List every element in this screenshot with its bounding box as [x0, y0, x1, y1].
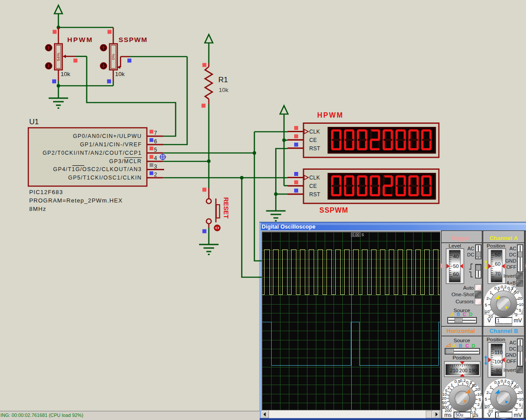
svg-text:0.2: 0.2: [501, 284, 507, 289]
svg-text:OFF: OFF: [507, 264, 517, 270]
svg-text:AC: AC: [509, 340, 516, 345]
svg-text:RESET: RESET: [223, 197, 230, 218]
svg-text:Invert: Invert: [503, 273, 516, 279]
svg-text:DC: DC: [467, 252, 474, 257]
svg-text:GP5/T1CKI/OSC1/CLKIN: GP5/T1CKI/OSC1/CLKIN: [68, 175, 142, 181]
svg-text:10: 10: [519, 302, 524, 307]
svg-text:OFF: OFF: [507, 359, 517, 364]
svg-text:C: C: [465, 343, 469, 348]
svg-text:2: 2: [154, 172, 157, 178]
svg-text:0.2: 0.2: [460, 378, 466, 383]
svg-text:RST: RST: [309, 191, 320, 198]
svg-text:CE: CE: [309, 183, 317, 189]
svg-text:1: 1: [490, 385, 492, 389]
svg-text:10k: 10k: [61, 71, 70, 77]
svg-text:SSPWM: SSPWM: [119, 36, 148, 43]
svg-text:CLK: CLK: [309, 175, 320, 181]
svg-text:B: B: [457, 312, 460, 317]
svg-text:0.1: 0.1: [507, 286, 513, 290]
svg-text:1: 1: [497, 318, 500, 323]
svg-text:HPWM: HPWM: [317, 111, 343, 119]
svg-text:AC: AC: [509, 246, 516, 251]
svg-text:-100: -100: [492, 359, 503, 364]
svg-text:5: 5: [479, 397, 481, 402]
svg-text:A: A: [452, 343, 456, 348]
svg-text:C: C: [463, 312, 466, 317]
svg-text:GND: GND: [505, 352, 516, 358]
svg-text:GP0/AN0/CIN+/ULPWU: GP0/AN0/CIN+/ULPWU: [73, 133, 142, 139]
svg-text:CE: CE: [309, 137, 317, 143]
svg-text:ING: 00:00:02.761681 (CPU load: ING: 00:00:02.761681 (CPU load 92%): [0, 412, 83, 418]
svg-text:ms: ms: [444, 412, 452, 418]
svg-text:5: 5: [154, 147, 157, 153]
svg-text:20: 20: [475, 387, 480, 392]
svg-text:PROGRAM=Retep_2PWm.HEX: PROGRAM=Retep_2PWm.HEX: [29, 197, 123, 204]
svg-text:S: S: [361, 233, 364, 237]
svg-text:50: 50: [495, 252, 501, 257]
svg-text:20: 20: [518, 390, 522, 395]
svg-text:2: 2: [448, 385, 450, 390]
svg-text:3: 3: [154, 164, 157, 170]
svg-text:GP1/AN1/CIN-/VREF: GP1/AN1/CIN-/VREF: [80, 141, 142, 148]
svg-text:10: 10: [477, 392, 482, 397]
svg-text:70: 70: [495, 271, 501, 276]
svg-text:-90: -90: [494, 367, 502, 373]
svg-text:0.2: 0.2: [501, 378, 507, 383]
svg-text:20: 20: [518, 296, 522, 301]
svg-text:0.5: 0.5: [494, 286, 500, 290]
svg-text:10k: 10k: [219, 87, 229, 93]
svg-text:0.1: 0.1: [507, 380, 513, 385]
svg-text:Source: Source: [453, 337, 470, 344]
svg-text:D: D: [469, 312, 472, 317]
svg-text:GP3/MCLR: GP3/MCLR: [109, 158, 142, 164]
svg-text:Position: Position: [487, 243, 505, 249]
svg-text:190: 190: [468, 368, 476, 373]
svg-text:210: 210: [450, 368, 458, 373]
svg-text:U1: U1: [29, 118, 39, 126]
svg-text:2: 2: [515, 312, 518, 317]
svg-text:GND: GND: [505, 258, 516, 263]
svg-text:10: 10: [519, 397, 524, 401]
svg-text:GP4/T1G/OSC2/CLKOUT/AN3: GP4/T1G/OSC2/CLKOUT/AN3: [53, 166, 142, 172]
svg-text:2: 2: [487, 390, 489, 395]
svg-text:-110: -110: [493, 349, 503, 355]
svg-text:200: 200: [459, 368, 467, 373]
svg-text:Source: Source: [453, 307, 470, 313]
svg-text:0.5: 0.5: [494, 380, 500, 385]
svg-text:5: 5: [485, 397, 487, 401]
svg-text:Channel A: Channel A: [489, 235, 518, 241]
svg-text:R1: R1: [219, 76, 228, 84]
svg-text:10k: 10k: [115, 71, 125, 77]
svg-text:4: 4: [154, 155, 157, 161]
svg-text:1: 1: [490, 290, 492, 295]
svg-text:7: 7: [154, 130, 157, 136]
svg-text:0.00: 0.00: [352, 233, 360, 237]
svg-text:RST: RST: [309, 145, 320, 152]
svg-text:10: 10: [485, 309, 490, 314]
svg-text:50: 50: [453, 263, 459, 269]
svg-text:AC: AC: [467, 246, 474, 251]
svg-text:2: 2: [477, 402, 480, 407]
svg-text:B: B: [459, 343, 462, 348]
svg-text:D: D: [472, 343, 475, 348]
svg-text:5: 5: [445, 388, 447, 393]
svg-text:60: 60: [495, 261, 501, 267]
svg-text:Cursors: Cursors: [456, 298, 474, 305]
svg-text:2: 2: [487, 296, 489, 301]
svg-text:40: 40: [453, 253, 459, 259]
svg-text:1: 1: [497, 412, 500, 417]
svg-text:Position: Position: [453, 355, 471, 361]
svg-text:1: 1: [450, 382, 453, 387]
svg-text:6: 6: [154, 138, 157, 145]
svg-text:5: 5: [485, 302, 487, 307]
svg-text:Digital Oscilloscope: Digital Oscilloscope: [262, 224, 315, 230]
svg-text:Position: Position: [487, 336, 505, 343]
svg-text:50u: 50u: [456, 412, 464, 417]
svg-text:One-Shot: One-Shot: [452, 291, 474, 298]
svg-text:Level: Level: [449, 243, 461, 249]
svg-text:60: 60: [453, 271, 459, 277]
svg-text:V: V: [488, 412, 491, 418]
svg-text:PIC12F683: PIC12F683: [29, 189, 63, 195]
svg-text:µs: µs: [472, 412, 478, 418]
svg-text:Auto: Auto: [463, 285, 474, 291]
